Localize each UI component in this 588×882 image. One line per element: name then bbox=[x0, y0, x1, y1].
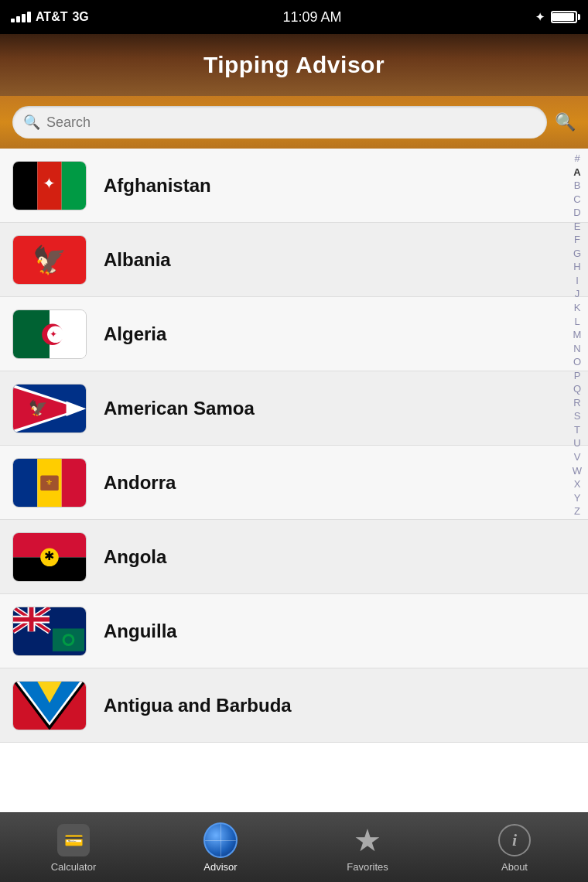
svg-point-37 bbox=[65, 636, 73, 644]
search-icon: 🔍 bbox=[23, 114, 40, 131]
alpha-letter-Q[interactable]: Q bbox=[566, 382, 588, 396]
carrier-label: AT&T bbox=[36, 10, 67, 24]
country-row[interactable]: 🦅 American Samoa bbox=[0, 371, 588, 446]
alpha-letter-U[interactable]: U bbox=[566, 436, 588, 450]
flag-ag: ☀ bbox=[12, 681, 87, 730]
country-name: Angola bbox=[104, 546, 166, 568]
tab-favorites[interactable]: ★ Favorites bbox=[294, 823, 441, 873]
tab-bar: 💳 Calculator Advisor ★ Favorites i About bbox=[0, 812, 588, 882]
alpha-letter-X[interactable]: X bbox=[566, 477, 588, 491]
alpha-letter-J[interactable]: J bbox=[566, 287, 588, 301]
country-name: Andorra bbox=[104, 472, 176, 494]
alpha-letter-E[interactable]: E bbox=[566, 220, 588, 234]
country-name: American Samoa bbox=[104, 398, 255, 419]
country-list: ✦ Afghanistan 🦅 Albania ✦ Algeria 🦅 Amer… bbox=[0, 149, 588, 812]
advisor-icon bbox=[203, 823, 238, 857]
country-name: Algeria bbox=[104, 323, 166, 345]
alpha-letter-T[interactable]: T bbox=[566, 423, 588, 437]
status-right: ✦ bbox=[535, 11, 577, 23]
svg-text:⚜: ⚜ bbox=[46, 478, 53, 487]
alpha-letter-D[interactable]: D bbox=[566, 206, 588, 220]
about-icon: i bbox=[497, 823, 532, 857]
svg-rect-18 bbox=[62, 459, 86, 508]
svg-text:☀: ☀ bbox=[44, 683, 54, 695]
svg-text:✦: ✦ bbox=[50, 329, 57, 339]
flag-as: 🦅 bbox=[12, 384, 87, 433]
bluetooth-icon: ✦ bbox=[535, 11, 545, 23]
alpha-letter-#[interactable]: # bbox=[566, 152, 588, 166]
status-left: AT&T 3G bbox=[11, 10, 89, 24]
alpha-letter-F[interactable]: F bbox=[566, 233, 588, 247]
svg-rect-2 bbox=[62, 162, 86, 210]
time-label: 11:09 AM bbox=[282, 9, 341, 26]
alpha-letter-W[interactable]: W bbox=[566, 464, 588, 478]
status-bar: AT&T 3G 11:09 AM ✦ bbox=[0, 0, 588, 34]
country-name: Antigua and Barbuda bbox=[104, 695, 292, 716]
country-row[interactable]: Anguilla bbox=[0, 594, 588, 668]
alpha-letter-I[interactable]: I bbox=[566, 274, 588, 288]
calculator-icon: 💳 bbox=[56, 823, 91, 857]
search-right-icon[interactable]: 🔍 bbox=[555, 112, 576, 132]
tab-calculator[interactable]: 💳 Calculator bbox=[0, 823, 147, 873]
country-name: Albania bbox=[104, 249, 171, 271]
svg-rect-0 bbox=[13, 162, 37, 210]
alpha-letter-L[interactable]: L bbox=[566, 315, 588, 329]
tab-favorites-label: Favorites bbox=[347, 861, 388, 873]
network-label: 3G bbox=[72, 10, 88, 24]
search-area: 🔍 🔍 bbox=[0, 96, 588, 149]
svg-rect-16 bbox=[13, 459, 37, 508]
flag-al: 🦅 bbox=[12, 235, 87, 285]
alpha-letter-Y[interactable]: Y bbox=[566, 491, 588, 505]
svg-text:✱: ✱ bbox=[44, 549, 54, 562]
tab-advisor[interactable]: Advisor bbox=[147, 823, 294, 873]
alpha-letter-V[interactable]: V bbox=[566, 450, 588, 464]
app-title: Tipping Advisor bbox=[203, 52, 385, 78]
alphabet-sidebar: #ABCDEFGHIJKLMNOPQRSTUVWXYZ bbox=[566, 149, 588, 518]
flag-ad: ⚜ bbox=[12, 458, 87, 508]
search-wrapper[interactable]: 🔍 bbox=[12, 106, 547, 138]
alpha-letter-P[interactable]: P bbox=[566, 369, 588, 383]
signal-icon bbox=[11, 12, 31, 22]
alpha-letter-H[interactable]: H bbox=[566, 260, 588, 274]
alpha-letter-S[interactable]: S bbox=[566, 409, 588, 423]
flag-ai bbox=[12, 607, 87, 656]
alpha-letter-R[interactable]: R bbox=[566, 396, 588, 410]
country-row[interactable]: ⚜ Andorra bbox=[0, 446, 588, 520]
alpha-letter-N[interactable]: N bbox=[566, 342, 588, 356]
battery-icon bbox=[551, 11, 577, 23]
svg-text:✦: ✦ bbox=[43, 175, 56, 192]
alpha-letter-O[interactable]: O bbox=[566, 355, 588, 369]
country-row[interactable]: ☀ Antigua and Barbuda bbox=[0, 668, 588, 743]
tab-advisor-label: Advisor bbox=[203, 861, 237, 873]
tab-calculator-label: Calculator bbox=[51, 861, 97, 873]
country-row[interactable]: 🦅 Albania bbox=[0, 223, 588, 297]
alpha-letter-G[interactable]: G bbox=[566, 247, 588, 261]
alpha-letter-K[interactable]: K bbox=[566, 301, 588, 315]
alpha-letter-Z[interactable]: Z bbox=[566, 504, 588, 518]
svg-text:🦅: 🦅 bbox=[32, 244, 67, 276]
app-header: Tipping Advisor bbox=[0, 34, 588, 96]
search-input[interactable] bbox=[46, 115, 536, 131]
svg-text:🦅: 🦅 bbox=[29, 398, 48, 417]
tab-about-label: About bbox=[501, 861, 528, 873]
alpha-letter-B[interactable]: B bbox=[566, 179, 588, 193]
flag-ao: ✱ bbox=[12, 532, 87, 582]
tab-about[interactable]: i About bbox=[441, 823, 588, 873]
favorites-icon: ★ bbox=[350, 823, 385, 857]
country-row[interactable]: ✦ Afghanistan bbox=[0, 149, 588, 223]
battery-fill bbox=[552, 13, 574, 21]
country-name: Afghanistan bbox=[104, 175, 211, 197]
country-row[interactable]: ✱ Angola bbox=[0, 520, 588, 594]
alpha-letter-M[interactable]: M bbox=[566, 328, 588, 342]
flag-dz: ✦ bbox=[12, 309, 87, 359]
country-name: Anguilla bbox=[104, 620, 177, 642]
alpha-letter-C[interactable]: C bbox=[566, 193, 588, 207]
alpha-letter-A[interactable]: A bbox=[566, 166, 588, 179]
country-row[interactable]: ✦ Algeria bbox=[0, 297, 588, 371]
flag-af: ✦ bbox=[12, 161, 87, 210]
